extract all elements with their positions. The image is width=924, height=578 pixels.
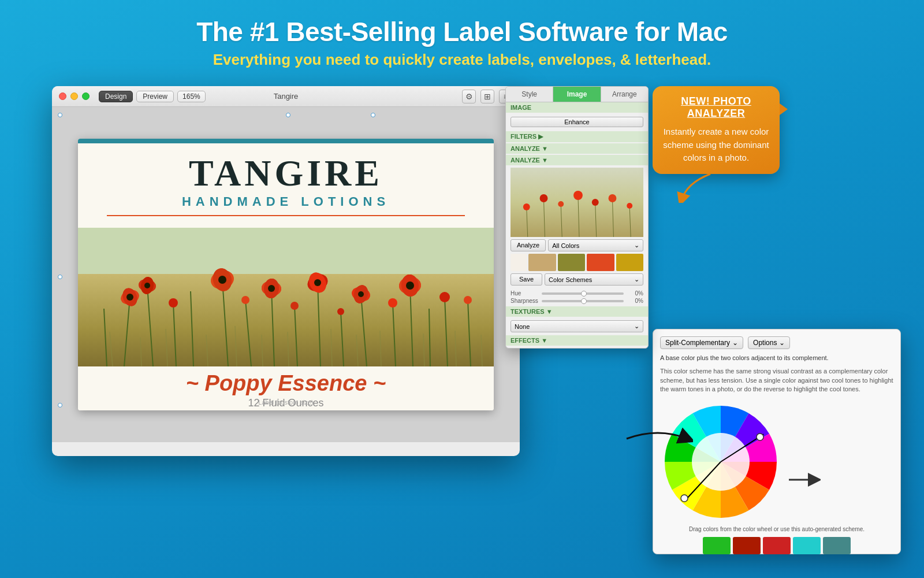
cw-description: A base color plus the two colors adjacen… (660, 354, 893, 362)
cw-footer: Drag colors from the color wheel or use … (660, 526, 893, 532)
save-row: Save Color Schemes ⌄ (511, 273, 643, 286)
svg-point-57 (337, 308, 344, 315)
all-colors-dropdown[interactable]: All Colors ⌄ (548, 239, 643, 251)
preview-tab[interactable]: Preview (136, 91, 174, 102)
svg-point-83 (540, 194, 548, 202)
svg-point-48 (358, 291, 364, 297)
corner-dot-bl (58, 403, 62, 407)
sharpness-label: Sharpness (511, 298, 539, 304)
corner-dot-tr (371, 113, 375, 117)
color-schemes-chevron: ⌄ (634, 276, 639, 283)
filters-header[interactable]: FILTERS ▶ (506, 131, 648, 142)
callout-arrow (676, 171, 722, 203)
effects-section: EFFECTS ▼ (506, 335, 648, 348)
swatch-yellow[interactable] (616, 254, 643, 271)
analyze-expanded-header[interactable]: ANALYZE ▼ (506, 155, 648, 165)
image-tab[interactable]: Image (553, 87, 601, 102)
minimize-button[interactable] (70, 92, 78, 100)
sharpness-row: Sharpness 0% (511, 298, 643, 304)
cw-swatch-red[interactable] (763, 537, 791, 554)
label-header: TANGIRE HANDMADE LOTIONS (78, 143, 494, 228)
textures-header[interactable]: TEXTURES ▼ (506, 306, 648, 317)
hue-thumb[interactable] (581, 291, 587, 297)
image-section-header: IMAGE (506, 102, 648, 113)
swatch-tan[interactable] (528, 254, 556, 271)
hue-slider[interactable] (542, 292, 624, 295)
label-card: TANGIRE HANDMADE LOTIONS (78, 139, 494, 410)
color-swatches (511, 254, 643, 271)
titlebar: Design Preview 165% Tangire ⚙ ⊞ ≡ (52, 86, 520, 107)
settings-icon[interactable]: ⚙ (462, 90, 476, 103)
window-controls (59, 92, 90, 100)
textures-section: TEXTURES ▼ None ⌄ (506, 306, 648, 335)
options-chevron: ⌄ (779, 339, 785, 347)
options-dropdown[interactable]: Options ⌄ (748, 336, 790, 349)
style-tab[interactable]: Style (506, 87, 553, 102)
analyze-expanded-section: ANALYZE ▼ (506, 155, 648, 288)
window-title: Tangire (274, 92, 299, 101)
svg-point-53 (406, 281, 414, 290)
svg-point-55 (241, 296, 249, 304)
svg-point-38 (268, 285, 275, 292)
enhance-button[interactable]: Enhance (511, 117, 643, 127)
close-button[interactable] (59, 92, 66, 100)
content-area: Design Preview 165% Tangire ⚙ ⊞ ≡ (35, 80, 889, 554)
mac-window: Design Preview 165% Tangire ⚙ ⊞ ≡ (52, 86, 520, 456)
color-wheel-container (660, 401, 781, 523)
swatch-olive[interactable] (558, 254, 585, 271)
filters-section: FILTERS ▶ (506, 131, 648, 143)
svg-point-59 (439, 292, 450, 302)
hue-section: Hue 0% Sharpness 0% (506, 288, 648, 306)
maximize-button[interactable] (82, 92, 90, 100)
cw-description-2: This color scheme has the same strong vi… (660, 367, 893, 394)
color-wheel-svg[interactable] (660, 401, 781, 523)
cw-swatch-cyan[interactable] (793, 537, 821, 554)
analyze-collapsed-section: ANALYZE ▼ (506, 143, 648, 155)
panel-image-preview (511, 168, 643, 237)
svg-point-92 (757, 433, 763, 440)
svg-point-86 (592, 199, 599, 206)
top-stripe (78, 139, 494, 143)
label-sub: HANDMADE LOTIONS (95, 194, 476, 209)
svg-point-60 (464, 296, 472, 304)
scheme-type-dropdown[interactable]: Split-Complementary ⌄ (660, 336, 743, 349)
header-subtitle: Everything you need to quickly create la… (12, 51, 912, 69)
sharpness-thumb[interactable] (581, 298, 587, 304)
svg-point-28 (144, 283, 150, 288)
cw-swatch-teal[interactable] (823, 537, 851, 554)
swatch-red[interactable] (587, 254, 614, 271)
swatch-white[interactable] (511, 254, 527, 271)
cw-swatch-darkred[interactable] (733, 537, 761, 554)
analyze-button[interactable]: Analyze (511, 239, 546, 251)
svg-point-33 (218, 276, 226, 284)
callout-title: NEW! PHOTO ANALYZER (663, 95, 769, 120)
share-icon[interactable]: ⊞ (480, 90, 494, 103)
none-dropdown[interactable]: None ⌄ (511, 320, 643, 332)
svg-point-82 (523, 203, 530, 210)
canvas: TANGIRE HANDMADE LOTIONS (52, 107, 520, 442)
header-title: The #1 Best-Selling Label Software for M… (12, 16, 912, 47)
save-button[interactable]: Save (511, 273, 542, 286)
cw-bottom-swatches (660, 537, 893, 554)
scheme-chevron: ⌄ (732, 339, 738, 347)
header: The #1 Best-Selling Label Software for M… (0, 0, 924, 80)
label-divider (107, 215, 465, 216)
corner-dot-tl (58, 113, 62, 117)
label-footer: Label (custom size) (258, 399, 313, 406)
analyze-collapsed-header[interactable]: ANALYZE ▼ (506, 143, 648, 154)
design-tab[interactable]: Design (99, 91, 133, 102)
sharpness-slider[interactable] (542, 300, 624, 302)
svg-rect-74 (511, 168, 643, 237)
corner-dot-tc (286, 113, 290, 117)
product-name: ~ Poppy Essence ~ (90, 371, 482, 396)
effects-header[interactable]: EFFECTS ▼ (506, 335, 648, 346)
arrange-tab[interactable]: Arrange (601, 87, 648, 102)
hue-row: Hue 0% (511, 290, 643, 297)
svg-point-43 (314, 279, 321, 286)
swatch-to-wheel-arrow (786, 468, 821, 491)
svg-point-93 (681, 495, 688, 502)
color-schemes-button[interactable]: Color Schemes ⌄ (545, 273, 643, 286)
hue-value: 0% (626, 290, 643, 297)
zoom-selector[interactable]: 165% (177, 91, 206, 102)
cw-swatch-green[interactable] (703, 537, 731, 554)
